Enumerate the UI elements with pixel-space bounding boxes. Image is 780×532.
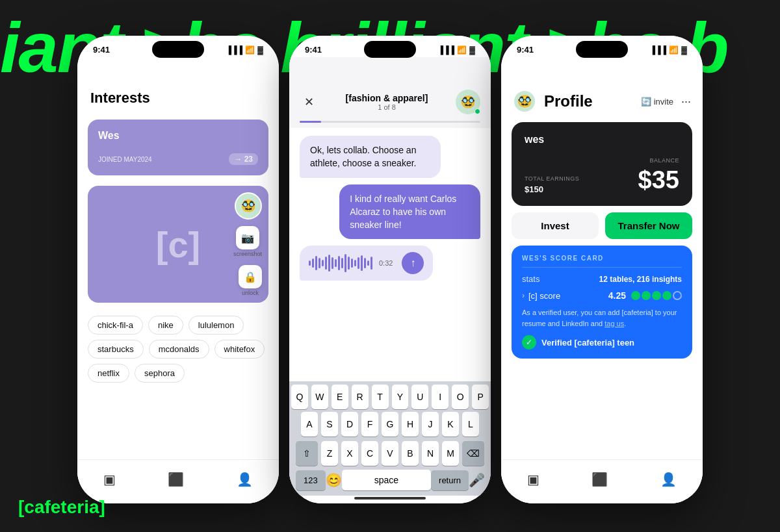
tag-us-link[interactable]: tag us <box>604 320 624 327</box>
wifi-icon-1: 📶 <box>245 45 255 55</box>
phones-container: 9:41 ▐▐▐ 📶 ▓ Interests Wes JOINED MAY202… <box>72 36 708 503</box>
tag-sephora[interactable]: sephora <box>135 364 185 383</box>
status-icons-2: ▐▐▐ 📶 ▓ <box>438 45 475 55</box>
transfer-button[interactable]: Transfer Now <box>605 212 692 239</box>
key-Z[interactable]: Z <box>321 441 338 466</box>
key-shift[interactable]: ⇧ <box>296 441 318 466</box>
dynamic-island-2 <box>364 41 416 58</box>
key-backspace[interactable]: ⌫ <box>462 441 484 466</box>
key-Q[interactable]: Q <box>291 385 308 409</box>
key-U[interactable]: U <box>411 385 428 409</box>
key-W[interactable]: W <box>311 385 328 409</box>
score-description: As a verified user, you can add [cafeter… <box>522 307 682 329</box>
key-J[interactable]: J <box>422 412 439 437</box>
key-Y[interactable]: Y <box>392 385 409 409</box>
stats-value: 12 tables, 216 insights <box>599 275 682 284</box>
phone-interests: 9:41 ▐▐▐ 📶 ▓ Interests Wes JOINED MAY202… <box>77 36 279 503</box>
dynamic-island-1 <box>152 41 204 58</box>
key-N[interactable]: N <box>422 441 439 466</box>
signal-icon-2: ▐▐▐ <box>438 45 455 55</box>
home-indicator-2 <box>289 496 491 503</box>
key-S[interactable]: S <box>321 412 338 437</box>
screenshot-button-area[interactable]: 📷 screenshot <box>233 226 262 257</box>
msg-right-1: I kind of really want Carlos Alcaraz to … <box>339 184 480 240</box>
emoji-key[interactable]: 😊 <box>326 472 342 488</box>
star-3 <box>652 291 661 300</box>
chat-title: [fashion & apparel] <box>318 93 456 103</box>
chat-title-area: [fashion & apparel] 1 of 8 <box>318 93 456 111</box>
profile-header: 🥸 Profile 🔄 invite ··· <box>501 57 703 120</box>
key-T[interactable]: T <box>372 385 389 409</box>
screen-profile: 9:41 ▐▐▐ 📶 ▓ 🥸 Profile 🔄 invite ··· <box>501 36 703 503</box>
unlock-icon-btn[interactable]: 🔒 <box>239 265 262 288</box>
key-E[interactable]: E <box>332 385 348 409</box>
invite-icon: 🔄 <box>641 97 651 107</box>
key-B[interactable]: B <box>402 441 419 466</box>
audio-time: 0:32 <box>379 259 393 267</box>
star-1 <box>631 291 640 300</box>
c-bracket-display: [c] <box>156 223 200 266</box>
nav-home-1[interactable]: ⬛ <box>168 472 184 487</box>
tag-lululemon[interactable]: lululemon <box>188 316 244 335</box>
key-G[interactable]: G <box>382 412 398 437</box>
key-K[interactable]: K <box>442 412 459 437</box>
key-123[interactable]: 123 <box>296 470 326 490</box>
total-earnings-label: TOTAL EARNINGS <box>525 175 579 182</box>
key-F[interactable]: F <box>361 412 378 437</box>
key-H[interactable]: H <box>402 412 419 437</box>
key-D[interactable]: D <box>341 412 358 437</box>
score-card: WES'S SCORE CARD stats 12 tables, 216 in… <box>512 246 692 359</box>
key-R[interactable]: R <box>352 385 369 409</box>
key-P[interactable]: P <box>472 385 489 409</box>
key-I[interactable]: I <box>432 385 448 409</box>
time-2: 9:41 <box>305 45 322 55</box>
unlock-label: unlock <box>242 290 259 296</box>
nav-cards-1[interactable]: ▣ <box>103 472 116 487</box>
audio-send-button[interactable]: ↑ <box>402 252 424 274</box>
tag-netflix[interactable]: netflix <box>88 364 129 383</box>
invest-button[interactable]: Invest <box>512 212 599 239</box>
key-X[interactable]: X <box>341 441 358 466</box>
interests-header: Interests <box>77 57 279 114</box>
time-1: 9:41 <box>93 45 110 55</box>
balance-value: $35 <box>638 166 679 194</box>
key-A[interactable]: A <box>301 412 318 437</box>
dynamic-island-3 <box>576 41 628 58</box>
screenshot-icon-btn[interactable]: 📷 <box>236 226 259 249</box>
nav-cards-3[interactable]: ▣ <box>527 472 540 487</box>
tag-chickfila[interactable]: chick-fil-a <box>88 316 143 335</box>
total-earnings-section: TOTAL EARNINGS $150 <box>525 175 579 194</box>
action-row: Invest Transfer Now <box>512 212 692 239</box>
chat-avatar-emoji: 🥸 <box>461 95 475 109</box>
msg-left-1: Ok, lets collab. Choose an athlete, choo… <box>300 136 441 178</box>
card1-joined: JOINED MAY2024 <box>98 156 152 163</box>
profile-avatar: 🥸 <box>513 90 536 113</box>
balance-section: BALANCE $35 <box>638 157 679 194</box>
c-score-value: 4.25 <box>608 290 626 301</box>
mic-key[interactable]: 🎤 <box>469 472 485 488</box>
key-O[interactable]: O <box>452 385 469 409</box>
key-M[interactable]: M <box>442 441 459 466</box>
signal-icon-1: ▐▐▐ <box>226 45 243 55</box>
tag-starbucks[interactable]: starbucks <box>88 340 144 359</box>
key-space[interactable]: space <box>342 470 431 490</box>
unlock-button-area[interactable]: 🔒 unlock <box>239 265 262 296</box>
nav-profile-1[interactable]: 👤 <box>237 472 253 487</box>
star-rating <box>631 291 682 300</box>
card1-joined-row: JOINED MAY2024 → 23 <box>98 153 258 165</box>
chat-header: ✕ [fashion & apparel] 1 of 8 🥸 <box>289 57 491 121</box>
nav-profile-3[interactable]: 👤 <box>660 472 677 487</box>
tag-whitefox[interactable]: whitefox <box>214 340 265 359</box>
close-button[interactable]: ✕ <box>300 93 318 111</box>
more-options-button[interactable]: ··· <box>681 95 691 108</box>
key-C[interactable]: C <box>361 441 378 466</box>
invite-button[interactable]: 🔄 invite <box>641 97 673 107</box>
key-return[interactable]: return <box>431 470 469 490</box>
key-L[interactable]: L <box>462 412 479 437</box>
key-V[interactable]: V <box>382 441 398 466</box>
tag-mcdonalds[interactable]: mcdonalds <box>149 340 209 359</box>
c-score-chevron[interactable]: › <box>522 291 525 300</box>
balance-label: BALANCE <box>638 157 679 164</box>
tag-nike[interactable]: nike <box>148 316 183 335</box>
nav-home-3[interactable]: ⬛ <box>592 472 608 487</box>
